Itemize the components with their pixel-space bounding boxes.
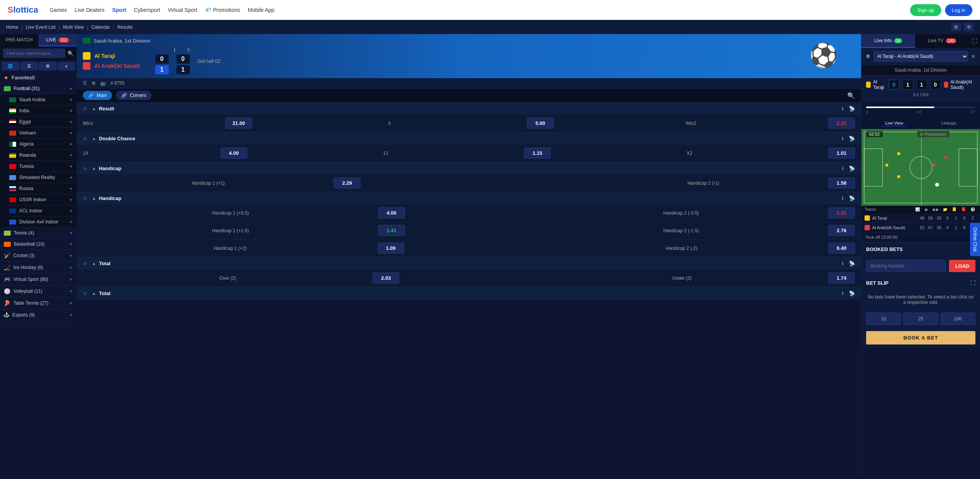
sidebar-item-saudi-arabia[interactable]: Saudi Arabia ▼ <box>5 94 77 105</box>
over-odds-btn[interactable]: 2.03 <box>372 272 399 284</box>
sidebar-item-favorites[interactable]: ★ Favorites 0 <box>0 72 77 83</box>
global-view-btn[interactable]: 🌐 <box>2 62 20 71</box>
sidebar-item-division-4x4[interactable]: Division 4x4 Indoor ▼ <box>5 217 77 228</box>
h2-row3-odds1-btn[interactable]: 1.09 <box>377 243 404 254</box>
live-tab[interactable]: LIVE 211 <box>38 34 77 46</box>
breadcrumb-home[interactable]: Home <box>6 25 18 30</box>
expand-btn[interactable]: ⛶ <box>969 35 980 47</box>
sidebar-item-tennis[interactable]: Tennis (4) ▼ <box>0 228 77 239</box>
nav-virtual-sport[interactable]: Virtual Sport <box>168 7 197 13</box>
star-icon[interactable]: ☆ <box>83 290 87 296</box>
load-button[interactable]: LOAD <box>949 260 975 272</box>
nav-promotions[interactable]: 💎 Promotions <box>205 7 240 13</box>
view-list-btn[interactable]: ☰ <box>83 80 87 86</box>
star-icon[interactable]: ☆ <box>83 166 87 171</box>
info-icon[interactable]: ℹ <box>842 261 843 266</box>
info-icon[interactable]: ℹ <box>842 166 843 171</box>
filter-btn[interactable]: ≡ <box>58 62 76 71</box>
sidebar-item-india[interactable]: India ▼ <box>5 105 77 116</box>
breadcrumb-calendar[interactable]: Calendar <box>91 25 110 30</box>
market-search-btn[interactable]: 🔍 <box>847 92 855 99</box>
h2-row1-odds1-btn[interactable]: 4.00 <box>378 207 405 218</box>
market-result-header[interactable]: ☆ ▲ Result ℹ 📡 <box>77 103 861 115</box>
market-t1-header[interactable]: ☆ ▲ Total ℹ 📡 <box>77 258 861 269</box>
broadcast-icon[interactable]: 📡 <box>849 195 855 201</box>
sidebar-item-simulated-reality[interactable]: Simulated Reality ▼ <box>5 172 77 183</box>
login-button[interactable]: Log in <box>945 4 972 16</box>
sidebar-item-rwanda[interactable]: Rwanda ▼ <box>5 150 77 161</box>
close-match-btn[interactable]: ✕ <box>971 54 975 59</box>
market-h1-header[interactable]: ☆ ▲ Handicap ℹ 📡 <box>77 162 861 174</box>
book-bet-button[interactable]: BOOK A BET <box>866 331 975 344</box>
sidebar-item-table-tennis[interactable]: 🏓 Table Tennis (27) ▼ <box>0 297 77 309</box>
sidebar-item-ice-hockey[interactable]: 🏒 Ice Hockey (6) ▼ <box>0 262 77 274</box>
settings-button[interactable]: ⚙ <box>964 23 974 31</box>
sidebar-item-cricket[interactable]: 🏏 Cricket (3) ▼ <box>0 250 77 262</box>
sidebar-item-tunisia[interactable]: Tunisia ▼ <box>5 161 77 172</box>
sidebar-item-volleyball[interactable]: 🏐 Volleyball (11) ▼ <box>0 285 77 297</box>
nav-live-dealers[interactable]: Live Dealers <box>75 7 105 13</box>
booked-bets-header[interactable]: BOOKED BETS ▼ <box>861 243 980 256</box>
h1-odds2-btn[interactable]: 1.58 <box>828 177 855 189</box>
list-view-btn[interactable]: ☰ <box>20 62 38 71</box>
match-select[interactable]: Al Taraji - Al Arabi(Al Saudi) <box>873 51 968 62</box>
sidebar-item-algeria[interactable]: Algeria ▼ <box>5 139 77 150</box>
info-icon[interactable]: ℹ <box>842 106 843 111</box>
sidebar-item-football[interactable]: Football (31) ▼ <box>0 83 77 94</box>
h2-row3-odds2-btn[interactable]: 6.40 <box>828 243 855 254</box>
nav-games[interactable]: Games <box>49 7 67 13</box>
online-chat-tab[interactable]: Online Chat <box>970 223 980 256</box>
dc-x2-btn[interactable]: 1.01 <box>828 148 855 159</box>
h1-odds1-btn[interactable]: 2.29 <box>334 177 361 189</box>
main-tab[interactable]: 🔗 Main <box>83 91 112 100</box>
star-icon[interactable]: ☆ <box>83 195 87 201</box>
under-odds-btn[interactable]: 1.74 <box>828 272 855 284</box>
win1-odds-btn[interactable]: 21.00 <box>225 118 252 129</box>
signup-button[interactable]: Sign up <box>910 4 941 16</box>
live-tv-tab[interactable]: Live TV 140 <box>915 34 969 48</box>
broadcast-icon[interactable]: 📡 <box>849 261 855 266</box>
tv-btn[interactable]: 📺 <box>100 80 106 86</box>
view-grid-btn[interactable]: ⊞ <box>92 80 96 86</box>
sidebar-item-acl-indoor[interactable]: ACL Indoor ▼ <box>5 205 77 217</box>
h2-row2-odds1-btn[interactable]: 1.41 <box>378 225 405 236</box>
site-logo[interactable]: Slottica <box>8 5 38 15</box>
broadcast-icon[interactable]: 📡 <box>849 106 855 112</box>
sidebar-item-russia[interactable]: Russia ▼ <box>5 183 77 194</box>
sidebar-item-esports[interactable]: 🕹 Esports (9) ▼ <box>0 309 77 321</box>
win2-odds-btn[interactable]: 1.21 <box>828 118 855 129</box>
market-h2-header[interactable]: ☆ ▲ Handicap ℹ 📡 <box>77 192 861 204</box>
search-input[interactable] <box>3 49 65 58</box>
breadcrumb-results[interactable]: Results <box>117 25 133 30</box>
breadcrumb-multi-view[interactable]: Multi View <box>63 25 84 30</box>
nav-mobile-app[interactable]: Mobile App <box>248 7 274 13</box>
bet-amount-25[interactable]: 25 <box>903 313 938 325</box>
pre-match-tab[interactable]: PRE-MATCH <box>0 34 38 46</box>
sidebar-item-basketball[interactable]: Basketball (10) ▼ <box>0 239 77 250</box>
sidebar-item-ussr-indoor[interactable]: USSR Indoor ▼ <box>5 194 77 205</box>
info-icon[interactable]: ℹ <box>842 136 843 141</box>
live-info-tab[interactable]: Live Info 24 <box>861 34 915 48</box>
dc-12-btn[interactable]: 1.15 <box>524 148 551 159</box>
star-icon[interactable]: ☆ <box>83 136 87 141</box>
corners-tab[interactable]: 🔗 Corners <box>116 91 152 100</box>
info-icon[interactable]: ℹ <box>842 196 843 201</box>
star-icon[interactable]: ☆ <box>83 106 87 112</box>
sidebar-item-egypt[interactable]: Egypt ▼ <box>5 116 77 128</box>
bet-slip-expand-btn[interactable]: ⛶ <box>970 280 975 286</box>
nav-cybersport[interactable]: Cybersport <box>134 7 160 13</box>
market-t2-header[interactable]: ☆ ▲ Total ℹ 📡 <box>77 287 861 299</box>
bet-amount-10[interactable]: 10 <box>866 313 901 325</box>
market-dc-header[interactable]: ☆ ▲ Double Chance ℹ 📡 <box>77 133 861 144</box>
nav-sport[interactable]: Sport <box>112 7 126 13</box>
sidebar-item-vietnam[interactable]: Vietnam ▼ <box>5 128 77 139</box>
dc-1x-btn[interactable]: 4.00 <box>221 148 247 159</box>
live-view-tab[interactable]: Live View <box>882 120 906 126</box>
broadcast-icon[interactable]: 📡 <box>849 136 855 141</box>
info-icon[interactable]: ℹ <box>842 291 843 296</box>
calculator-button[interactable]: ⊞ <box>951 23 961 31</box>
h2-row2-odds2-btn[interactable]: 2.76 <box>828 225 855 236</box>
lineups-tab[interactable]: Lineups <box>939 120 960 126</box>
grid-view-btn[interactable]: ⊞ <box>39 62 57 71</box>
breadcrumb-live-event-list[interactable]: Live Event List <box>26 25 56 30</box>
